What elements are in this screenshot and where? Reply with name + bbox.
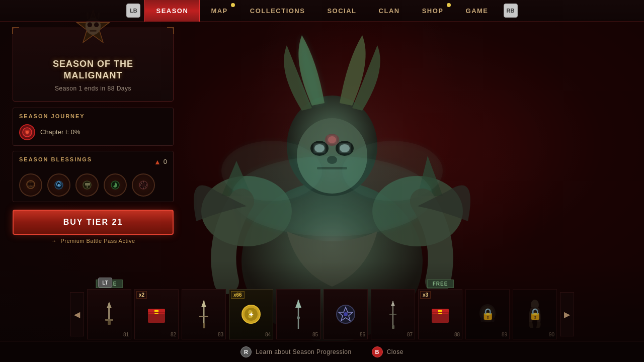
svg-marker-55 [201,300,206,307]
svg-rect-53 [148,312,165,313]
svg-rect-48 [105,319,113,321]
blessing-count-icon: ▲ [154,158,161,166]
badge-88: x3 [420,291,431,299]
nav-map[interactable]: MAP [200,0,238,22]
svg-rect-23 [90,30,96,32]
blessings-header: SEASON BLESSINGS ▲ 0 [19,156,167,167]
svg-marker-62 [295,300,301,308]
blessing-craft[interactable] [75,173,99,197]
chapter-text: Chapter I: 0% [40,128,80,136]
reward-carousel: ◀ FREE 81 x2 82 83 x66 ✦ 84 85 [0,289,644,339]
nav-social[interactable]: SOCIAL [316,0,367,22]
blessing-skull[interactable] [19,173,42,197]
item-num-87: 87 [407,332,413,337]
left-panel: SEASON OF THE MALIGNANT Season 1 ends in… [13,28,174,244]
svg-rect-30 [30,186,31,187]
blessings-icons [19,173,167,197]
blessings-title: SEASON BLESSINGS [19,156,92,162]
carousel-track: ◀ FREE 81 x2 82 83 x66 ✦ 84 85 [10,289,634,339]
close-hint-text: Close [387,348,404,355]
svg-line-45 [145,187,146,188]
nav-bar: LB SEASON MAP COLLECTIONS SOCIAL CLAN SH… [0,0,644,22]
badge-82: x2 [136,291,147,299]
reward-item-88[interactable]: FREE x3 88 [418,289,462,339]
svg-marker-67 [391,301,395,306]
nav-shop[interactable]: SHOP [411,0,455,22]
badge-84: x66 [231,291,245,299]
season-subtitle: Season 1 ends in 88 Days [21,85,166,92]
svg-point-39 [141,183,145,187]
map-notification-dot [231,3,235,7]
item-num-83: 83 [218,332,223,337]
svg-rect-49 [108,321,111,325]
nav-game[interactable]: GAME [455,0,500,22]
learn-hint-text: Learn about Season Progression [256,348,351,355]
season-journey-box: SEASON JOURNEY Chapter I: 0% [13,108,174,146]
carousel-next[interactable]: ▶ [560,292,574,336]
item-num-86: 86 [360,332,365,337]
svg-point-22 [94,23,99,28]
blessing-moon[interactable] [104,173,127,197]
reward-item-90[interactable]: 🔒 90 [513,289,557,339]
reward-item-82[interactable]: x2 82 [134,289,179,339]
lb-button[interactable]: LB [126,4,140,18]
learn-hint: R Learn about Season Progression [240,346,351,357]
item-num-82: 82 [171,332,176,337]
reward-item-89[interactable]: 🔒 89 [465,289,510,339]
svg-point-27 [28,183,31,186]
svg-point-28 [31,183,34,186]
item-num-89: 89 [502,332,507,337]
svg-point-65 [344,312,348,316]
svg-rect-29 [29,187,32,188]
item-num-88: 88 [454,332,460,337]
svg-marker-47 [107,302,112,308]
blessing-swirl[interactable] [47,173,70,197]
nav-clan[interactable]: CLAN [368,0,411,22]
blessing-star[interactable] [132,173,155,197]
svg-text:✦: ✦ [249,311,254,318]
svg-point-25 [26,131,29,134]
svg-point-33 [58,184,60,186]
season-title: SEASON OF THE MALIGNANT [21,58,166,82]
svg-rect-36 [87,186,88,188]
nav-collections[interactable]: COLLECTIONS [239,0,316,22]
r-button[interactable]: R [240,346,252,357]
chapter-row[interactable]: Chapter I: 0% [19,124,167,140]
journey-title: SEASON JOURNEY [19,113,167,119]
season-header: SEASON OF THE MALIGNANT Season 1 ends in… [13,28,174,102]
svg-point-21 [88,23,93,28]
svg-rect-69 [392,325,394,329]
item-num-85: 85 [312,332,318,337]
item-num-84: 84 [265,332,271,337]
shop-notification-dot [447,3,451,7]
svg-rect-57 [203,323,205,328]
svg-rect-31 [31,186,32,187]
reward-item-85[interactable]: 85 [276,289,320,339]
premium-text: → Premium Battle Pass Active [13,238,174,244]
bottom-hint-bar: R Learn about Season Progression B Close [0,341,644,362]
reward-item-87[interactable]: 87 [371,289,415,339]
free-label-88: FREE [427,280,454,288]
reward-item-84[interactable]: x66 ✦ 84 [229,289,273,339]
carousel-prev[interactable]: ◀ [70,292,84,336]
nav-season[interactable]: SEASON [144,0,200,22]
svg-line-44 [141,183,142,184]
rb-button[interactable]: RB [504,4,518,18]
item-num-90: 90 [549,332,554,337]
item-num-81: 81 [123,332,129,337]
blessing-count: ▲ 0 [154,158,167,166]
reward-item-86[interactable]: 86 [324,289,368,339]
buy-tier-button[interactable]: BUY TIER 21 [13,210,174,235]
b-button[interactable]: B [372,346,383,357]
svg-point-63 [297,316,300,319]
lt-button[interactable]: LT [98,278,112,288]
season-blessings-box: SEASON BLESSINGS ▲ 0 [13,151,174,202]
svg-rect-73 [432,312,449,313]
reward-item-81[interactable]: FREE 81 [87,289,131,339]
reward-item-83[interactable]: 83 [182,289,226,339]
chapter-icon [19,124,35,140]
svg-rect-35 [85,183,90,186]
arrow-icon: → [51,238,57,244]
close-hint: B Close [372,346,404,357]
